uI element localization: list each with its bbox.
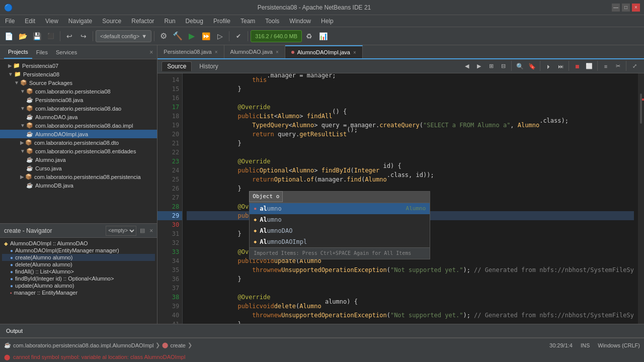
tab-alumnodaoimpl[interactable]: AlumnoDAOImpl.java × (285, 45, 363, 58)
source-tab[interactable]: Source (162, 61, 192, 71)
tree-item-pkg-impl[interactable]: ▼ 📦 com.laboratorio.persistencia08.dao.i… (0, 121, 157, 130)
profile-monitor-button[interactable]: 📊 (317, 30, 330, 43)
nav-item-delete[interactable]: ● delete(Alumno alumno) (2, 261, 155, 268)
stop-button[interactable]: ⏹ (572, 61, 583, 72)
nav-item-findbyid[interactable]: ● findById(Integer id) :: Optional<Alumn… (2, 275, 155, 282)
tree-item-pkg-dao[interactable]: ▼ 📦 com.laboratorio.persistencia08.dao (0, 104, 157, 113)
tree-item-persistencia08[interactable]: ▼ 📁 Persistencia08 (0, 70, 157, 78)
tab-services[interactable]: Services (52, 45, 81, 59)
comment-button[interactable]: ✂ (612, 61, 623, 72)
gc-button[interactable]: ♻ (303, 30, 316, 43)
tree-item-pkg-per[interactable]: ▶ 📦 com.laboratorio.persistencia08.persi… (0, 172, 157, 181)
nav-sort-button[interactable]: ▤ (137, 226, 147, 236)
tree-item-persistencia07[interactable]: ▶ 📁 Persistencia07 (0, 61, 157, 70)
history-tab[interactable]: History (194, 61, 223, 71)
editor-scrollbar[interactable] (638, 73, 644, 324)
ac-item-alumno[interactable]: ▪ alumno Alumno (250, 203, 430, 214)
menu-debug[interactable]: Debug (181, 15, 208, 27)
toolbar-toggle1[interactable]: ⊞ (486, 61, 497, 72)
tree-item-pkg-dto[interactable]: ▶ 📦 com.laboratorio.persistencia08.dto (0, 138, 157, 147)
code-editor: 14 15 16 17 18 19 20 21 22 23 24 25 26 2… (157, 73, 644, 324)
profile-run-button[interactable]: ▷ (213, 30, 226, 43)
run-button[interactable]: ▶ (185, 30, 198, 43)
menu-file[interactable]: File (0, 15, 20, 27)
close-button[interactable]: × (632, 4, 640, 12)
ac-item-AlumnoDAOImpl[interactable]: ◆ AlumnoDAOImpl (250, 236, 430, 247)
menu-help[interactable]: Help (316, 15, 339, 27)
minimize-button[interactable]: — (612, 4, 620, 12)
open-button[interactable]: 📂 (16, 30, 29, 43)
clean-build-button[interactable]: 🔨 (171, 30, 184, 43)
redo-button[interactable]: ↪ (77, 30, 90, 43)
menu-run[interactable]: Run (159, 15, 181, 27)
menu-tools[interactable]: Tools (260, 15, 284, 27)
tree-item-pkg-ent[interactable]: ▼ 📦 com.laboratorio.persistencia08.entid… (0, 147, 157, 155)
undo-button[interactable]: ↩ (63, 30, 76, 43)
src-sep2 (540, 61, 540, 71)
search-code-button[interactable]: 🔍 (514, 61, 525, 72)
tree-item-alumnodao[interactable]: ☕ AlumnoDAO.java (0, 113, 157, 121)
toolbar-fwd-button[interactable]: ▶ (473, 61, 485, 72)
bookmark-button[interactable]: 🔖 (526, 61, 537, 72)
menu-view[interactable]: View (40, 15, 63, 27)
tree-item-curso[interactable]: ☕ Curso.java (0, 164, 157, 172)
tree-item-alumnodb[interactable]: ☕ AlumnoDB.java (0, 181, 157, 190)
line-20: 20 (157, 130, 182, 139)
nav-item-manager[interactable]: ▪ manager :: EntityManager (2, 289, 155, 296)
new-file-button[interactable]: 📄 (2, 30, 15, 43)
tree-item-alumno[interactable]: ☕ Alumno.java (0, 155, 157, 164)
debug-step-button[interactable]: ⏵ (543, 61, 554, 72)
step-into-button[interactable]: ⬜ (584, 61, 595, 72)
tab-persistencia08[interactable]: Persistencia08.java × (157, 45, 224, 58)
code-content[interactable]: this.manager = manager; } @Override publ… (183, 73, 638, 324)
save-button[interactable]: 💾 (30, 30, 43, 43)
output-tab[interactable]: Output (0, 326, 29, 336)
test-button[interactable]: ✔ (232, 30, 245, 43)
tab-close-impl[interactable]: × (353, 50, 356, 55)
build-button[interactable]: ⚙ (157, 30, 170, 43)
line-28: 28 (157, 202, 182, 211)
nav-item-class[interactable]: ◆ AlumnoDAOImpl :: AlumnoDAO (2, 240, 155, 247)
menu-navigate[interactable]: Navigate (63, 15, 97, 27)
method-icon-create: ● (10, 255, 13, 260)
nav-filter-select[interactable]: <empty> (106, 226, 136, 236)
memory-indicator[interactable]: 316.2 / 640.0 MB (251, 30, 302, 42)
nav-close-button[interactable]: × (149, 227, 153, 234)
nav-item-constructor[interactable]: ● AlumnoDAOImpl(EntityManager manager) (2, 247, 155, 254)
config-dropdown[interactable]: <default config> ▼ (96, 30, 151, 42)
tree-item-pkg1[interactable]: ▼ 📦 com.laboratorio.persistencia08 (0, 87, 157, 96)
menu-edit[interactable]: Edit (20, 15, 40, 27)
toolbar-toggle2[interactable]: ⊟ (498, 61, 509, 72)
maximize-button[interactable]: □ (622, 4, 630, 12)
nav-label-findall: findAll() :: List<Alumno> (15, 268, 74, 275)
expand-win-button[interactable]: ⤢ (629, 61, 640, 72)
tab-alumnodao[interactable]: AlumnoDAO.java × (224, 45, 285, 58)
run-to-cursor-button[interactable]: ⏭ (555, 61, 566, 72)
nav-item-create[interactable]: ● create(Alumno alumno) (2, 254, 155, 261)
ac-item-Alumno[interactable]: ◆ Alumno (250, 214, 430, 225)
tree-item-alumnodaoimpl[interactable]: ☕ AlumnoDAOImpl.java (0, 130, 157, 138)
code-line-22 (187, 148, 634, 157)
debug-run-button[interactable]: ⏩ (199, 30, 212, 43)
nav-item-update[interactable]: ● update(Alumno alumno) (2, 282, 155, 289)
toolbar-back-button[interactable]: ◀ (461, 61, 472, 72)
pkg-icon-dto: 📦 (25, 139, 32, 146)
tab-projects[interactable]: Projects (4, 45, 32, 59)
menu-team[interactable]: Team (235, 15, 260, 27)
line-35: 35 (157, 265, 182, 275)
menu-source[interactable]: Source (97, 15, 126, 27)
menu-refactor[interactable]: Refactor (126, 15, 159, 27)
tree-item-source-packages[interactable]: ▼ 📦 Source Packages (0, 78, 157, 87)
panel-close-button[interactable]: × (149, 49, 153, 56)
nav-item-findall[interactable]: ● findAll() :: List<Alumno> (2, 268, 155, 275)
save-all-button[interactable]: ⬛ (44, 30, 57, 43)
ac-item-AlumnoDAO[interactable]: ◆ AlumnoDAO (250, 225, 430, 236)
tab-close-p08[interactable]: × (215, 49, 218, 55)
menu-profile[interactable]: Profile (208, 15, 235, 27)
format-button[interactable]: ≡ (600, 61, 611, 72)
title-text: Persistencia08 - Apache NetBeans IDE 21 (17, 4, 612, 11)
tab-close-adao[interactable]: × (276, 49, 279, 55)
tab-files[interactable]: Files (32, 45, 52, 59)
tree-item-p08java[interactable]: ☕ Persistencia08.java (0, 96, 157, 104)
menu-window[interactable]: Window (284, 15, 316, 27)
